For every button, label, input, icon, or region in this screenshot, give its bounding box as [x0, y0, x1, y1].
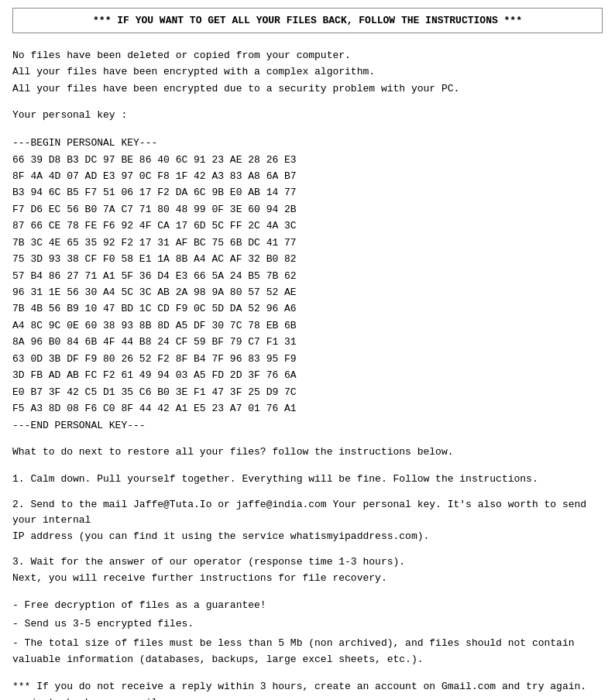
- bullet-item: - Free decryption of files as a guarante…: [12, 598, 603, 614]
- key-line: 96 31 1E 56 30 A4 5C 3C AB 2A 98 9A 80 5…: [12, 284, 603, 300]
- key-section: ---BEGIN PERSONAL KEY--- 66 39 D8 B3 DC …: [12, 135, 603, 434]
- warning-section: *** If you do not receive a reply within…: [12, 679, 603, 700]
- key-line: 7B 4B 56 B9 10 47 BD 1C CD F9 0C 5D DA 5…: [12, 300, 603, 317]
- key-line: B3 94 6C B5 F7 51 06 17 F2 DA 6C 9B E0 A…: [12, 184, 603, 201]
- key-line: 8A 96 B0 84 6B 4F 44 B8 24 CF 59 BF 79 C…: [12, 334, 603, 350]
- banner-text: *** IF YOU WANT TO GET ALL YOUR FILES BA…: [93, 15, 522, 26]
- intro-section: No files have been deleted or copied fro…: [12, 47, 603, 97]
- warning-text: *** If you do not receive a reply within…: [12, 679, 603, 700]
- key-begin-marker: ---BEGIN PERSONAL KEY---: [12, 135, 603, 151]
- key-line: A4 8C 9C 0E 60 38 93 8B 8D A5 DF 30 7C 7…: [12, 317, 603, 334]
- key-line: 63 0D 3B DF F9 80 26 52 F2 8F B4 7F 96 8…: [12, 351, 603, 367]
- bullet-item: - Send us 3-5 encrypted files.: [12, 616, 603, 633]
- key-line: 87 66 CE 78 FE F6 92 4F CA 17 6D 5C FF 2…: [12, 218, 603, 234]
- instructions-title: What to do next to restore all your file…: [12, 444, 603, 461]
- key-line: 57 B4 86 27 71 A1 5F 36 D4 E3 66 5A 24 B…: [12, 268, 603, 284]
- step-item: 3. Wait for the answer of our operator (…: [12, 554, 603, 587]
- personal-key-label-text: Your personal key :: [12, 108, 603, 124]
- bullet-item: - The total size of files must be less t…: [12, 636, 603, 668]
- key-line: E0 B7 3F 42 C5 D1 35 C6 B0 3E F1 47 3F 2…: [12, 384, 603, 400]
- key-end-marker: ---END PERSONAL KEY---: [12, 417, 603, 434]
- instructions-title-text: What to do next to restore all your file…: [12, 444, 603, 461]
- key-line: 3D FB AD AB FC F2 61 49 94 03 A5 FD 2D 3…: [12, 367, 603, 383]
- key-line: 75 3D 93 38 CF F0 58 E1 1A 8B A4 AC AF 3…: [12, 251, 603, 267]
- key-lines-container: 66 39 D8 B3 DC 97 BE 86 40 6C 91 23 AE 2…: [12, 152, 603, 417]
- key-line: 7B 3C 4E 65 35 92 F2 17 31 AF BC 75 6B D…: [12, 235, 603, 251]
- key-line: 8F 4A 4D 07 AD E3 97 0C F8 1F 42 A3 83 A…: [12, 168, 603, 184]
- key-line: F5 A3 8D 08 F6 C0 8F 44 42 A1 E5 23 A7 0…: [12, 400, 603, 417]
- key-line: F7 D6 EC 56 B0 7A C7 71 80 48 99 0F 3E 6…: [12, 201, 603, 218]
- banner-box: *** IF YOU WANT TO GET ALL YOUR FILES BA…: [12, 8, 603, 33]
- intro-line3: All your files have been encrypted due t…: [12, 81, 603, 97]
- personal-key-label: Your personal key :: [12, 108, 603, 124]
- steps-section: 1. Calm down. Pull yourself together. Ev…: [12, 472, 603, 587]
- step-item: 2. Send to the mail Jaffe@Tuta.Io or jaf…: [12, 497, 603, 545]
- bullets-section: - Free decryption of files as a guarante…: [12, 598, 603, 668]
- key-line: 66 39 D8 B3 DC 97 BE 86 40 6C 91 23 AE 2…: [12, 152, 603, 168]
- step-item: 1. Calm down. Pull yourself together. Ev…: [12, 472, 603, 488]
- intro-line1: No files have been deleted or copied fro…: [12, 47, 603, 63]
- intro-line2: All your files have been encrypted with …: [12, 63, 603, 80]
